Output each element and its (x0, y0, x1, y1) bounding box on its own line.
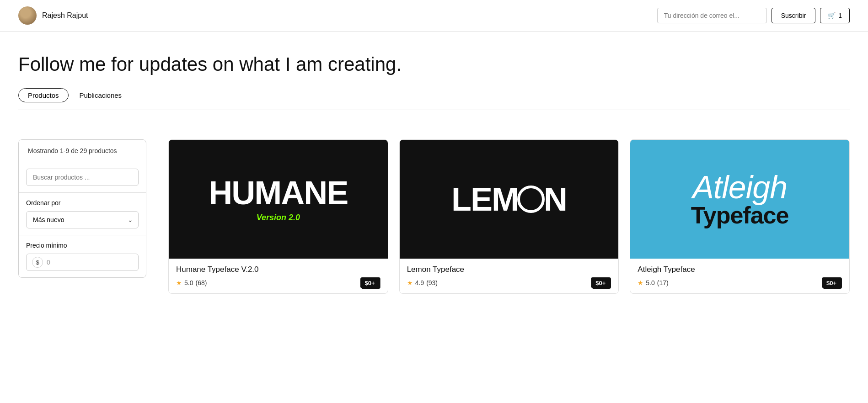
humane-visual: HUMANE Version 2.0 (209, 176, 348, 223)
price-badge-atleigh: $0+ (822, 277, 842, 289)
tab-publicaciones[interactable]: Publicaciones (80, 91, 122, 99)
star-icon: ★ (176, 279, 182, 286)
product-info-humane: Humane Typeface V.2.0 (169, 259, 388, 274)
sort-select-wrapper: Más nuevo Más antiguo Precio: menor a ma… (26, 211, 139, 228)
product-card-lemon[interactable]: LEM N Lemon Typeface ★ 4.9 (93) $0+ (399, 139, 619, 294)
rating-reviews: (93) (426, 279, 438, 286)
price-badge-lemon: $0+ (591, 277, 611, 289)
product-card-atleigh[interactable]: Atleigh Typeface Atleigh Typeface ★ 5.0 … (630, 139, 850, 294)
hero-section: Follow me for updates on what I am creat… (0, 32, 868, 121)
rating-reviews: (68) (195, 279, 207, 286)
product-name-atleigh: Atleigh Typeface (638, 265, 842, 274)
product-footer-humane: ★ 5.0 (68) $0+ (169, 274, 388, 293)
rating-reviews: (17) (657, 279, 669, 286)
star-icon: ★ (407, 279, 413, 286)
product-name-lemon: Lemon Typeface (407, 265, 611, 274)
price-badge-wrapper-atleigh: $0+ (822, 279, 842, 287)
price-badge-wrapper-lemon: $0+ (591, 279, 611, 287)
hero-title: Follow me for updates on what I am creat… (18, 53, 850, 75)
product-rating-humane: ★ 5.0 (68) (176, 279, 207, 286)
product-footer-atleigh: ★ 5.0 (17) $0+ (630, 274, 849, 293)
cart-button[interactable]: 🛒 1 (820, 8, 850, 23)
product-name-humane: Humane Typeface V.2.0 (176, 265, 380, 274)
price-min-input[interactable] (47, 259, 133, 266)
price-badge-wrapper-humane: $0+ (360, 279, 380, 287)
user-name: Rajesh Rajput (42, 11, 88, 20)
lemon-text-lem: LEM (451, 183, 518, 216)
header-left: Rajesh Rajput (18, 6, 88, 25)
sidebar-search-wrapper (19, 162, 146, 193)
humane-version-text: Version 2.0 (257, 213, 300, 223)
tabs: Productos Publicaciones (18, 88, 850, 102)
product-footer-lemon: ★ 4.9 (93) $0+ (400, 274, 619, 293)
cart-icon: 🛒 (828, 12, 836, 19)
product-rating-lemon: ★ 4.9 (93) (407, 279, 438, 286)
product-rating-atleigh: ★ 5.0 (17) (638, 279, 668, 286)
price-label: Precio mínimo (26, 242, 139, 249)
sidebar-showing: Mostrando 1-9 de 29 productos (19, 140, 146, 162)
product-grid: HUMANE Version 2.0 Humane Typeface V.2.0… (168, 139, 850, 294)
humane-typeface-text: HUMANE (209, 176, 348, 209)
header: Rajesh Rajput Suscribir 🛒 1 (0, 0, 868, 32)
avatar (18, 6, 37, 25)
product-thumbnail-lemon: LEM N (400, 140, 619, 259)
price-section: Precio mínimo $ (19, 235, 146, 277)
price-badge-humane: $0+ (360, 277, 380, 289)
subscribe-button[interactable]: Suscribir (772, 8, 815, 23)
lemon-text-n: N (544, 183, 567, 216)
rating-value: 4.9 (415, 279, 424, 286)
lemon-o-circle (517, 186, 545, 213)
search-input[interactable] (26, 169, 139, 186)
price-input-wrapper: $ (26, 254, 139, 271)
email-input[interactable] (657, 8, 767, 23)
sort-section: Ordenar por Más nuevo Más antiguo Precio… (19, 193, 146, 235)
tabs-divider (18, 110, 850, 110)
header-right: Suscribir 🛒 1 (657, 8, 850, 23)
rating-value: 5.0 (184, 279, 193, 286)
product-info-lemon: Lemon Typeface (400, 259, 619, 274)
cart-count: 1 (838, 12, 842, 19)
product-info-atleigh: Atleigh Typeface (630, 259, 849, 274)
sort-select[interactable]: Más nuevo Más antiguo Precio: menor a ma… (26, 211, 139, 228)
product-thumbnail-atleigh: Atleigh Typeface (630, 140, 849, 259)
tab-productos[interactable]: Productos (18, 88, 69, 102)
sidebar: Mostrando 1-9 de 29 productos Ordenar po… (18, 139, 146, 278)
lemon-visual: LEM N (451, 183, 567, 216)
product-thumbnail-humane: HUMANE Version 2.0 (169, 140, 388, 259)
main-content: Mostrando 1-9 de 29 productos Ordenar po… (0, 121, 868, 312)
atleigh-line1-text: Atleigh (692, 171, 787, 203)
dollar-symbol: $ (32, 257, 43, 268)
star-icon: ★ (638, 279, 643, 286)
atleigh-line2-text: Typeface (691, 203, 789, 227)
rating-value: 5.0 (646, 279, 654, 286)
sort-label: Ordenar por (26, 199, 139, 207)
atleigh-visual: Atleigh Typeface (682, 162, 798, 236)
product-card-humane[interactable]: HUMANE Version 2.0 Humane Typeface V.2.0… (168, 139, 388, 294)
